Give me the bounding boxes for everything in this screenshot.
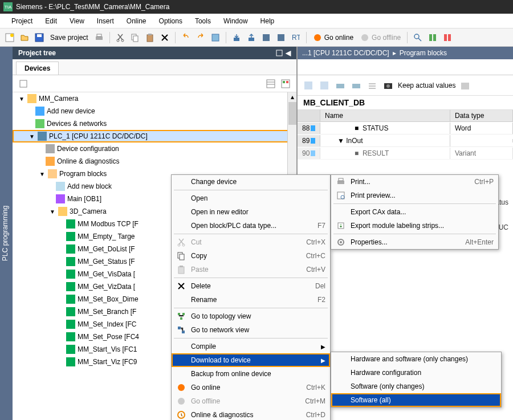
sim-icon[interactable] (260, 31, 272, 44)
menu-item-hardware-and-software-only-changes[interactable]: Hardware and software (only changes) (331, 352, 501, 366)
redo-icon[interactable] (194, 31, 207, 44)
save-project-button[interactable]: Save project (48, 34, 91, 42)
plc-programming-tab[interactable]: PLC programming (0, 47, 13, 420)
keep-values-label[interactable]: Keep actual values (398, 81, 455, 89)
add-block-icon (56, 182, 65, 191)
menu-item-go-to-topology-view[interactable]: Go to topology view (172, 309, 330, 323)
scroll-thumb[interactable] (288, 102, 296, 125)
menu-item-software-all[interactable]: Software (all) (331, 393, 501, 407)
col-name-header[interactable]: Name (320, 110, 450, 121)
menu-edit[interactable]: Edit (39, 15, 63, 27)
menu-window[interactable]: Window (218, 15, 254, 27)
menu-item-download-to-device[interactable]: Download to device▶ (172, 353, 330, 367)
col-type-header[interactable]: Data type (450, 110, 513, 121)
tree-devices-networks[interactable]: Devices & networks (13, 117, 296, 130)
undo-icon[interactable] (180, 31, 192, 44)
menu-item-online-diagnostics[interactable]: Online & diagnosticsCtrl+D (172, 408, 330, 420)
menu-online[interactable]: Online (121, 15, 152, 27)
go-offline-button[interactable]: Go offline (358, 33, 403, 42)
table-row[interactable]: 90 ■ RESULT Variant (298, 147, 513, 160)
context-menu-plc[interactable]: Change deviceOpenOpen in new editorOpen … (171, 174, 331, 420)
menu-project[interactable]: Project (6, 15, 38, 27)
snapshot-icon[interactable] (382, 79, 394, 92)
expander-icon[interactable]: ▼ (18, 96, 25, 102)
tree-root[interactable]: ▼MM_Camera (13, 92, 296, 105)
scroll-up-icon[interactable]: ▴ (288, 92, 296, 101)
menu-item-print[interactable]: Print...Ctrl+P (331, 175, 498, 189)
menu-item-compile[interactable]: Compile▶ (172, 340, 330, 353)
menu-item-change-device[interactable]: Change device (172, 175, 330, 189)
start-icon[interactable] (275, 31, 287, 44)
open-project-icon[interactable] (18, 31, 31, 44)
expander-icon[interactable]: ▼ (39, 171, 46, 177)
new-project-icon[interactable] (3, 31, 16, 44)
context-menu-print[interactable]: Print...Ctrl+PPrint preview...Export CAx… (331, 174, 499, 250)
tree-view-icon[interactable] (17, 78, 30, 90)
editor-tool-icon[interactable] (459, 79, 471, 92)
download-icon[interactable] (230, 31, 243, 44)
menu-item-open-block-plc-data-type[interactable]: Open block/PLC data type...F7 (172, 219, 330, 233)
search-icon[interactable] (412, 31, 424, 44)
menu-item-go-to-network-view[interactable]: Go to network view (172, 323, 330, 337)
print-icon[interactable] (93, 31, 105, 44)
menu-item-export-cax-data[interactable]: Export CAx data... (331, 205, 498, 219)
menu-item-open[interactable]: Open (172, 191, 330, 205)
rt-icon[interactable]: RT (290, 31, 302, 44)
breadcrumb[interactable]: ...1 [CPU 1211C DC/DC/DC] ▸ Program bloc… (298, 47, 513, 59)
cell-name: RESULT (363, 149, 389, 157)
menu-item-software-only-changes[interactable]: Software (only changes) (331, 380, 501, 393)
menu-separator (174, 338, 328, 339)
delete-icon[interactable] (158, 31, 171, 44)
table-row[interactable]: 88 ■ STATUS Word (298, 122, 513, 134)
layout-icon[interactable] (441, 31, 454, 44)
tree-online-diag[interactable]: Online & diagnostics (13, 155, 296, 168)
menu-item-paste: PasteCtrl+V (172, 263, 330, 276)
table-row[interactable]: 89 ▼ InOut (298, 134, 513, 147)
expander-icon[interactable]: ▼ (28, 133, 35, 140)
cut-icon[interactable] (114, 31, 127, 44)
breadcrumb-blocks[interactable]: Program blocks (400, 49, 447, 57)
title-bar: TIA Siemens - E:\PLC_Test\MM_Camera\MM_C… (0, 0, 513, 14)
expander-icon[interactable]: ▼ (49, 209, 56, 215)
menu-help[interactable]: Help (255, 15, 280, 27)
menu-item-rename[interactable]: RenameF2 (172, 293, 330, 307)
menu-item-go-online[interactable]: Go onlineCtrl+K (172, 381, 330, 394)
menu-item-export-module-labeling-strips[interactable]: Export module labeling strips... (331, 219, 498, 233)
paste-icon[interactable] (144, 31, 156, 44)
xref-icon[interactable] (426, 31, 439, 44)
tree-label: MM_Camera (39, 95, 78, 103)
tree-plc-1[interactable]: ▼PLC_1 [CPU 1211C DC/DC/DC] (13, 130, 296, 142)
editor-tool-icon[interactable] (350, 79, 363, 92)
breadcrumb-plc[interactable]: ...1 [CPU 1211C DC/DC/DC] (302, 49, 389, 57)
editor-tool-icon[interactable] (302, 79, 315, 92)
copy-icon[interactable] (129, 31, 141, 44)
panel-pin-icon[interactable] (275, 49, 283, 57)
menu-view[interactable]: View (64, 15, 90, 27)
menu-item-hardware-configuration[interactable]: Hardware configuration (331, 366, 501, 380)
menu-options[interactable]: Options (153, 15, 188, 27)
menu-item-copy[interactable]: CopyCtrl+C (172, 249, 330, 263)
devices-tab[interactable]: Devices (16, 62, 59, 75)
menu-item-delete[interactable]: DeleteDel (172, 279, 330, 293)
menu-insert[interactable]: Insert (91, 15, 120, 27)
tree-device-config[interactable]: Device configuration (13, 142, 296, 155)
cell-name: InOut (346, 137, 363, 145)
menu-item-properties[interactable]: Properties...Alt+Enter (331, 235, 498, 249)
editor-tool-icon[interactable] (334, 79, 347, 92)
save-icon[interactable] (33, 31, 46, 44)
upload-icon[interactable] (245, 31, 258, 44)
menu-tools[interactable]: Tools (189, 15, 217, 27)
editor-tool-icon[interactable] (318, 79, 331, 92)
editor-tool-icon[interactable] (366, 79, 378, 92)
menu-item-backup-from-online-device[interactable]: Backup from online device (172, 367, 330, 381)
menu-item-open-in-new-editor[interactable]: Open in new editor (172, 205, 330, 219)
tree-add-device[interactable]: Add new device (13, 105, 296, 117)
svg-rect-48 (180, 317, 182, 320)
menu-item-print-preview[interactable]: Print preview... (331, 189, 498, 202)
tree-details-icon[interactable] (264, 78, 277, 90)
tree-overview-icon[interactable] (279, 78, 292, 90)
go-online-button[interactable]: Go online (311, 33, 356, 42)
context-submenu-download[interactable]: Hardware and software (only changes)Hard… (331, 352, 502, 407)
panel-collapse-icon[interactable]: ◀ (286, 49, 291, 57)
compile-icon[interactable] (209, 31, 222, 44)
